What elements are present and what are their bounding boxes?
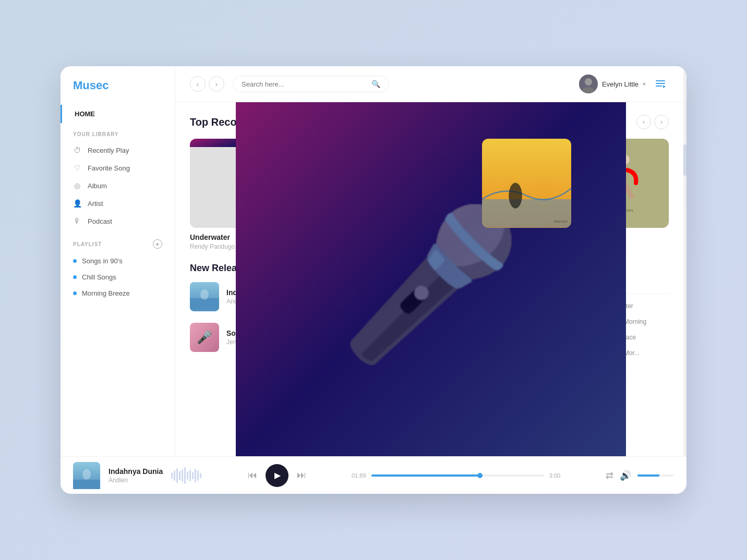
next-track-button[interactable]: ⏭ <box>297 470 306 481</box>
volume-slider[interactable] <box>637 474 674 477</box>
shuffle-button[interactable]: ⇄ <box>606 470 613 481</box>
playlist-item-chill-songs[interactable]: Chill Songs <box>61 269 175 285</box>
svg-marker-6 <box>663 85 666 88</box>
progress-fill <box>371 474 480 477</box>
player-right-controls: ⇄ 🔊 <box>606 470 674 481</box>
app-logo: Musec <box>61 79 175 105</box>
home-label: HOME <box>75 110 95 118</box>
album-card-underwater[interactable]: 🎤 Underwater Rendy Pandugo <box>190 139 279 250</box>
album-label: Album <box>88 182 107 190</box>
sidebar-item-podcast[interactable]: 🎙 Podcast <box>61 212 175 230</box>
back-button[interactable]: ‹ <box>190 76 206 92</box>
avatar <box>579 75 598 93</box>
user-menu[interactable]: Evelyn Little ▾ <box>579 75 646 93</box>
volume-button[interactable]: 🔊 <box>620 470 631 481</box>
playlist-dot <box>73 291 77 295</box>
sidebar-item-album[interactable]: ◎ Album <box>61 177 175 194</box>
clock-icon: ⏱ <box>73 146 81 154</box>
sidebar-item-artist[interactable]: 👤 Artist <box>61 194 175 212</box>
play-pause-button[interactable]: ▶ <box>266 464 288 487</box>
favorite-song-label: Favorite Song <box>88 164 130 172</box>
queue-icon[interactable] <box>652 76 669 92</box>
sidebar: Musec HOME YOUR LIBRARY ⏱ Recently Play … <box>61 66 175 456</box>
playlist-dot <box>73 259 77 263</box>
svg-rect-22 <box>73 480 100 489</box>
forward-button[interactable]: › <box>209 76 224 92</box>
search-input[interactable] <box>242 80 367 88</box>
heart-icon: ♡ <box>73 164 81 172</box>
playlist-morning-breeze-label: Morning Breeze <box>82 289 130 297</box>
artist-label: Artist <box>88 200 103 208</box>
sidebar-item-recently-play[interactable]: ⏱ Recently Play <box>61 141 175 159</box>
player-waveform <box>171 465 202 486</box>
top-recommendations-section: Top Recommendations ‹ › <box>175 102 683 250</box>
playlist-item-songs90s[interactable]: Songs in 90's <box>61 253 175 269</box>
prev-track-button[interactable]: ⏮ <box>248 470 257 481</box>
person-icon: 👤 <box>73 199 81 208</box>
svg-point-23 <box>82 469 91 480</box>
podcast-label: Podcast <box>88 217 112 225</box>
player-track-artist: Andien <box>109 477 163 484</box>
play-icon: ▶ <box>274 470 281 480</box>
playlist-item-morning-breeze[interactable]: Morning Breeze <box>61 285 175 301</box>
add-playlist-button[interactable]: + <box>153 239 162 249</box>
podcast-icon: 🎙 <box>73 217 81 225</box>
sidebar-item-favorite-song[interactable]: ♡ Favorite Song <box>61 159 175 177</box>
player-bar: Indahnya Dunia Andien ⏮ ▶ ⏭ 01:8 <box>61 456 686 494</box>
player-info: Indahnya Dunia Andien <box>109 467 163 484</box>
player-track-title: Indahnya Dunia <box>109 467 163 476</box>
chevron-down-icon: ▾ <box>643 81 646 88</box>
header: ‹ › 🔍 <box>175 66 683 102</box>
user-name: Evelyn Little <box>602 80 638 88</box>
progress-thumb <box>477 473 483 478</box>
recently-play-label: Recently Play <box>88 147 129 154</box>
player-cover <box>73 462 100 489</box>
search-icon: 🔍 <box>371 80 380 88</box>
total-time: 3:00 <box>549 472 560 479</box>
player-controls: ⏮ ▶ ⏭ <box>248 464 306 487</box>
playlist-chill-songs-label: Chill Songs <box>82 273 116 281</box>
current-time: 01:89 <box>352 472 366 479</box>
svg-rect-7 <box>236 139 279 228</box>
library-section-label: YOUR LIBRARY <box>61 123 175 141</box>
playlist-dot <box>73 275 77 279</box>
progress-bar[interactable] <box>371 474 544 477</box>
album-grid: 🎤 Underwater Rendy Pandugo TULU <box>190 139 669 250</box>
svg-point-15 <box>509 183 523 209</box>
disc-icon: ◎ <box>73 181 81 190</box>
main-content: ‹ › 🔍 <box>175 66 683 456</box>
sidebar-item-home[interactable]: HOME <box>61 105 175 123</box>
progress-section: 01:89 3:00 <box>352 472 560 479</box>
svg-point-1 <box>585 78 592 86</box>
playlist-section-label: PLAYLIST <box>73 241 102 247</box>
playlist-songs90s-label: Songs in 90's <box>82 257 123 265</box>
